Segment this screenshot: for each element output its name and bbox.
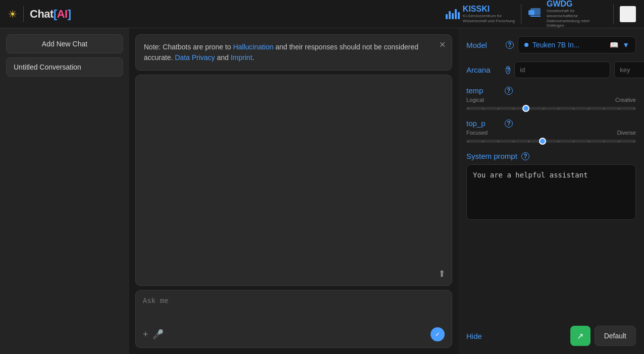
logo-bracket-open: [ [53,8,57,20]
logo-bracket-close: ] [68,8,71,20]
sun-icon: ☀ [8,8,17,20]
notice-text: Note: Chatbots are prone to Hallucinatio… [144,43,418,62]
chat-input[interactable] [143,297,445,322]
top-p-slider-labels: Focused Diverse [466,130,636,136]
header-left: ☀ Chat[AI] [8,6,438,22]
chat-area: Note: Chatbots are prone to Hallucinatio… [129,28,458,354]
kisski-bar-4 [455,9,457,19]
app-header: ☀ Chat[AI] KISSKI KI-Servicezentrum für … [0,0,644,28]
kisski-bar-2 [449,11,451,19]
temp-slider-row: temp ? Logical Creative [466,86,636,111]
model-row: Model ? Teuken 7B In... 📖 ▼ [466,36,636,53]
top-p-slider-thumb[interactable] [539,138,546,145]
logo-divider [23,6,24,22]
chat-input-area: + 🎤 ✓ [135,290,452,348]
kisski-subtitle: KI-Servicezentrum für Wissenschaft und F… [463,14,515,23]
top-p-label: top_p [466,119,502,128]
model-dot [524,43,528,47]
system-prompt-label: System prompt [466,152,517,160]
gwdg-text: GWDG Gesellschaft für wissenschaftliche … [547,0,607,28]
kisski-text: KISSKI KI-Servicezentrum für Wissenschaf… [463,5,515,23]
arcana-help-icon[interactable]: ? [506,66,510,74]
top-p-slider-dots [466,140,636,143]
system-prompt-header: System prompt ? [466,152,636,160]
conversation-item[interactable]: Untitled Conversation [6,57,123,77]
temp-label: temp [466,86,502,95]
top-p-slider-row: top_p ? Focused Diverse [466,119,636,144]
temp-help-icon[interactable]: ? [505,87,513,95]
temp-slider-labels: Logical Creative [466,97,636,103]
share-button[interactable]: ↗ [570,326,591,346]
temp-slider-thumb[interactable] [522,105,529,112]
data-privacy-link[interactable]: Data Privacy [175,53,214,62]
model-name: Teuken 7B In... [532,41,606,49]
temp-slider-track[interactable] [466,107,636,110]
app-logo: Chat[AI] [30,8,71,21]
gwdg-name: GWDG [547,0,607,9]
user-avatar[interactable] [620,6,636,22]
sidebar: Add New Chat Untitled Conversation [0,28,129,354]
model-selector[interactable]: Teuken 7B In... 📖 ▼ [518,36,636,53]
add-new-chat-button[interactable]: Add New Chat [6,34,123,53]
top-p-slider-header: top_p ? [466,119,636,128]
temp-right-label: Creative [615,97,636,103]
default-button[interactable]: Default [595,326,636,346]
top-p-right-label: Diverse [617,130,636,136]
footer-right: ↗ Default [570,326,636,346]
kisski-bars-icon [446,9,460,19]
model-book-icon[interactable]: 📖 [610,41,618,49]
header-separator-1 [521,4,521,24]
temp-slider-dots [466,107,636,110]
system-prompt-section: System prompt ? You are a helpful assist… [466,152,636,220]
kisski-bar-1 [446,14,448,19]
top-p-slider-track[interactable] [466,140,636,143]
chat-input-actions: + 🎤 ✓ [143,327,445,341]
send-button[interactable]: ✓ [431,327,445,341]
header-separator-2 [613,4,614,24]
kisski-bar-3 [452,13,454,19]
notice-banner: Note: Chatbots are prone to Hallucinatio… [135,34,452,71]
imprint-link[interactable]: Imprint [231,53,252,62]
gwdg-subtitle: Gesellschaft für wissenschaftliche Daten… [547,9,607,28]
add-attachment-button[interactable]: + [143,329,148,340]
arcana-key-input[interactable] [614,62,644,78]
chat-input-left: + 🎤 [143,329,164,340]
svg-rect-1 [530,8,541,15]
top-p-left-label: Focused [466,130,488,136]
header-right: KISSKI KI-Servicezentrum für Wissenschaf… [446,0,636,28]
model-help-icon[interactable]: ? [506,41,514,49]
system-prompt-textarea[interactable]: You are a helpful assistant [466,164,636,220]
model-chevron-icon: ▼ [622,41,629,49]
arcana-label: Arcana [466,66,502,74]
logo-ai-text: AI [57,8,68,20]
kisski-bar-5 [458,12,460,19]
upload-button[interactable]: ⬆ [438,268,446,279]
mic-button[interactable]: 🎤 [152,329,164,340]
system-prompt-help-icon[interactable]: ? [521,152,529,160]
chat-messages: ⬆ [135,75,452,286]
main-layout: Add New Chat Untitled Conversation Note:… [0,28,644,354]
hide-button[interactable]: Hide [466,332,482,340]
hallucination-link[interactable]: Hallucination [233,43,274,51]
settings-panel: Model ? Teuken 7B In... 📖 ▼ Arcana ? tem… [458,28,644,354]
gwdg-logo: GWDG Gesellschaft für wissenschaftliche … [527,0,607,28]
kisski-name: KISSKI [463,5,515,14]
kisski-logo: KISSKI KI-Servicezentrum für Wissenschaf… [446,5,515,23]
arcana-row: Arcana ? [466,62,636,78]
temp-slider-header: temp ? [466,86,636,95]
arcana-id-input[interactable] [514,62,610,78]
logo-chat-text: Chat [30,8,53,20]
temp-left-label: Logical [466,97,484,103]
settings-footer: Hide ↗ Default [466,326,636,346]
top-p-help-icon[interactable]: ? [505,120,513,128]
notice-close-button[interactable]: ✕ [439,40,446,49]
gwdg-icon [527,6,544,22]
model-label: Model [466,41,502,49]
